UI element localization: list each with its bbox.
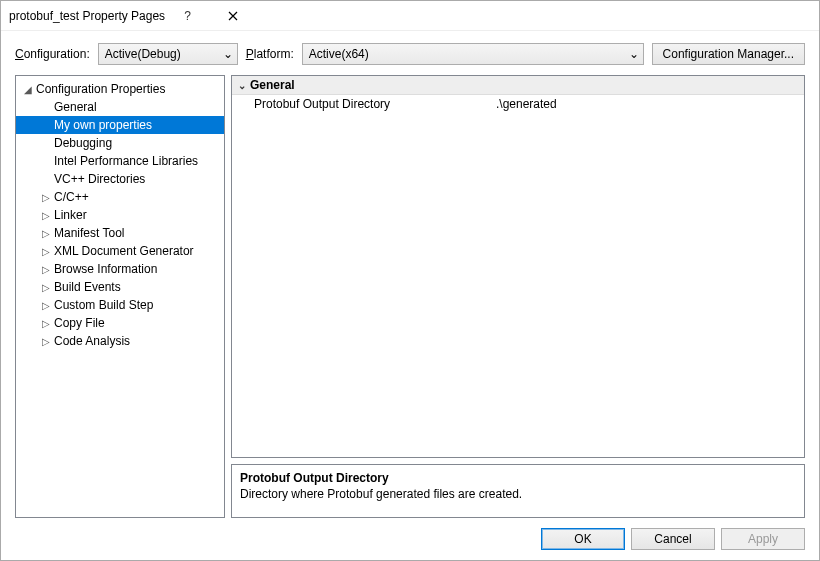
tree-item-my-own-properties[interactable]: My own properties xyxy=(16,116,224,134)
chevron-down-icon: ⌄ xyxy=(629,47,639,61)
expander-icon[interactable]: ▷ xyxy=(40,192,52,203)
configuration-manager-button[interactable]: Configuration Manager... xyxy=(652,43,805,65)
property-group-label: General xyxy=(250,78,295,92)
expander-icon[interactable]: ▷ xyxy=(40,318,52,329)
description-text: Directory where Protobuf generated files… xyxy=(240,487,796,501)
tree-item-label: Linker xyxy=(54,208,87,222)
tree-item-code-analysis[interactable]: ▷Code Analysis xyxy=(16,332,224,350)
chevron-down-icon: ⌄ xyxy=(238,80,246,91)
property-value[interactable]: .\generated xyxy=(492,97,804,111)
tree-item-label: Manifest Tool xyxy=(54,226,124,240)
tree-item-label: Debugging xyxy=(54,136,112,150)
tree-root-label: Configuration Properties xyxy=(36,82,165,96)
help-button[interactable]: ? xyxy=(165,1,210,31)
tree-item-custom-build[interactable]: ▷Custom Build Step xyxy=(16,296,224,314)
tree-item-label: General xyxy=(54,100,97,114)
dialog-buttons: OK Cancel Apply xyxy=(15,528,805,550)
tree-item-manifest[interactable]: ▷Manifest Tool xyxy=(16,224,224,242)
cancel-button[interactable]: Cancel xyxy=(631,528,715,550)
expander-icon[interactable]: ◢ xyxy=(22,84,34,95)
tree-item-label: My own properties xyxy=(54,118,152,132)
configuration-value: Active(Debug) xyxy=(105,47,181,61)
tree-pane: ◢ Configuration Properties General My ow… xyxy=(15,75,225,518)
description-pane: Protobuf Output Directory Directory wher… xyxy=(231,464,805,518)
expander-icon[interactable]: ▷ xyxy=(40,246,52,257)
tree-item-label: Copy File xyxy=(54,316,105,330)
tree-item-vc-dirs[interactable]: VC++ Directories xyxy=(16,170,224,188)
tree-root-item[interactable]: ◢ Configuration Properties xyxy=(16,80,224,98)
chevron-down-icon: ⌄ xyxy=(223,47,233,61)
expander-icon[interactable]: ▷ xyxy=(40,228,52,239)
tree-item-label: C/C++ xyxy=(54,190,89,204)
tree-item-label: XML Document Generator xyxy=(54,244,194,258)
expander-icon[interactable]: ▷ xyxy=(40,300,52,311)
property-name: Protobuf Output Directory xyxy=(232,97,492,111)
tree-item-general[interactable]: General xyxy=(16,98,224,116)
tree-item-label: Code Analysis xyxy=(54,334,130,348)
tree-item-ccpp[interactable]: ▷C/C++ xyxy=(16,188,224,206)
expander-icon[interactable]: ▷ xyxy=(40,336,52,347)
platform-label: Platform: xyxy=(246,47,294,61)
tree-item-label: Build Events xyxy=(54,280,121,294)
ok-button[interactable]: OK xyxy=(541,528,625,550)
tree-item-copy-file[interactable]: ▷Copy File xyxy=(16,314,224,332)
config-toolbar: Configuration: Active(Debug) ⌄ Platform:… xyxy=(15,43,805,65)
description-title: Protobuf Output Directory xyxy=(240,471,796,485)
tree-item-label: Custom Build Step xyxy=(54,298,153,312)
apply-button: Apply xyxy=(721,528,805,550)
expander-icon[interactable]: ▷ xyxy=(40,264,52,275)
close-button[interactable] xyxy=(210,1,255,31)
tree-item-intel-libs[interactable]: Intel Performance Libraries xyxy=(16,152,224,170)
platform-value: Active(x64) xyxy=(309,47,369,61)
tree-item-label: Intel Performance Libraries xyxy=(54,154,198,168)
tree-item-label: VC++ Directories xyxy=(54,172,145,186)
tree-item-xmldoc[interactable]: ▷XML Document Generator xyxy=(16,242,224,260)
expander-icon[interactable]: ▷ xyxy=(40,282,52,293)
tree-item-label: Browse Information xyxy=(54,262,157,276)
platform-combo[interactable]: Active(x64) ⌄ xyxy=(302,43,644,65)
property-grid: ⌄ General Protobuf Output Directory .\ge… xyxy=(231,75,805,458)
tree-item-browse[interactable]: ▷Browse Information xyxy=(16,260,224,278)
titlebar: protobuf_test Property Pages ? xyxy=(1,1,819,31)
close-icon xyxy=(228,11,238,21)
property-group-header[interactable]: ⌄ General xyxy=(232,76,804,95)
configuration-combo[interactable]: Active(Debug) ⌄ xyxy=(98,43,238,65)
tree-item-linker[interactable]: ▷Linker xyxy=(16,206,224,224)
expander-icon[interactable]: ▷ xyxy=(40,210,52,221)
tree-item-debugging[interactable]: Debugging xyxy=(16,134,224,152)
configuration-label: Configuration: xyxy=(15,47,90,61)
property-row[interactable]: Protobuf Output Directory .\generated xyxy=(232,95,804,113)
window-title: protobuf_test Property Pages xyxy=(9,9,165,23)
tree-item-build-events[interactable]: ▷Build Events xyxy=(16,278,224,296)
